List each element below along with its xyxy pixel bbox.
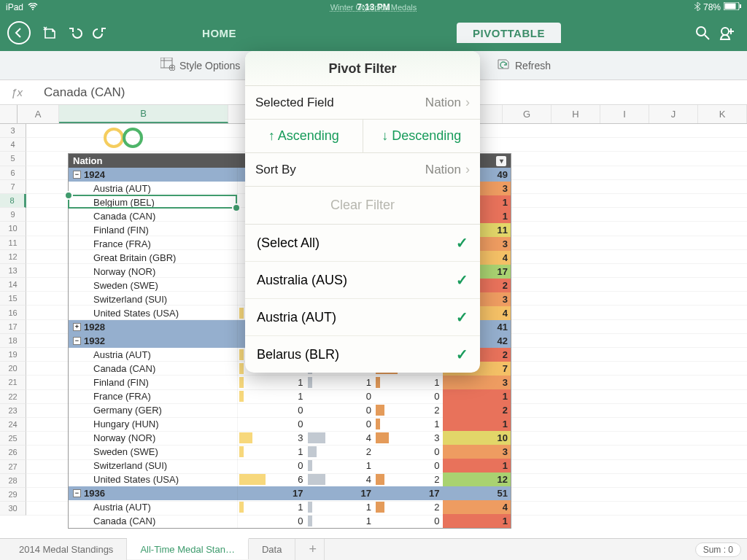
row-header[interactable]: 4 xyxy=(0,138,26,152)
checkmark-icon: ✓ xyxy=(456,346,468,363)
column-header-B[interactable]: B xyxy=(59,105,228,123)
filter-item-label: Austria (AUT) xyxy=(257,310,336,325)
pivot-year-row[interactable]: −193617171751 xyxy=(69,486,511,500)
row-header[interactable]: 27 xyxy=(0,460,26,474)
sort-by-label: Sort By xyxy=(255,163,296,177)
filter-icon[interactable]: ▾ xyxy=(496,156,506,166)
sheet-tab-3[interactable]: Data xyxy=(249,539,295,560)
sort-descending-button[interactable]: ↓ Descending xyxy=(363,120,481,152)
row-header[interactable]: 25 xyxy=(0,432,26,446)
nation-label: Norway (NOR) xyxy=(93,432,155,443)
nation-label: United States (USA) xyxy=(93,308,179,319)
column-header-H[interactable]: H xyxy=(551,105,600,123)
collapse-icon[interactable]: − xyxy=(73,337,81,345)
selected-field-value: Nation xyxy=(425,96,461,110)
add-sheet-button[interactable]: + xyxy=(295,539,325,560)
row-header[interactable]: 15 xyxy=(0,292,26,306)
row-header[interactable]: 11 xyxy=(0,236,26,250)
row-header[interactable]: 30 xyxy=(0,502,26,516)
ribbon-tabs: HOME PIVOTTABLE xyxy=(0,23,747,43)
row-header[interactable]: 6 xyxy=(0,166,26,180)
nation-label: Austria (AUT) xyxy=(93,502,151,513)
row-header[interactable]: 10 xyxy=(0,222,26,236)
nation-label: United States (USA) xyxy=(93,474,179,485)
column-header-A[interactable]: A xyxy=(18,105,59,123)
sort-by-value: Nation xyxy=(425,163,461,177)
tab-pivottable[interactable]: PIVOTTABLE xyxy=(457,23,561,43)
pivot-data-row[interactable]: United States (USA)64212 xyxy=(69,472,511,486)
sheet-tab-2[interactable]: All-Time Medal Stan… xyxy=(127,538,249,559)
nation-label: Germany (GER) xyxy=(93,405,162,416)
row-header[interactable]: 7 xyxy=(0,180,26,194)
row-header[interactable]: 13 xyxy=(0,264,26,278)
tab-home[interactable]: HOME xyxy=(186,23,252,43)
sort-by-row[interactable]: Sort By Nation› xyxy=(245,153,480,187)
pivot-data-row[interactable]: Hungary (HUN)0011 xyxy=(69,417,511,431)
cell-selection[interactable] xyxy=(68,195,237,209)
style-options-button[interactable]: Style Options xyxy=(160,58,240,73)
row-header[interactable]: 22 xyxy=(0,390,26,404)
row-header[interactable]: 17 xyxy=(0,320,26,334)
chevron-right-icon: › xyxy=(465,162,470,177)
column-header-G[interactable]: G xyxy=(503,105,551,123)
pivot-data-row[interactable]: France (FRA)1001 xyxy=(69,389,511,403)
nation-label: Switzerland (SUI) xyxy=(93,460,167,471)
selection-handle-br[interactable] xyxy=(232,203,241,212)
chevron-right-icon: › xyxy=(465,95,470,110)
row-header[interactable]: 18 xyxy=(0,334,26,348)
olympic-rings-graphic xyxy=(108,128,143,151)
nation-label: Switzerland (SUI) xyxy=(93,294,167,305)
row-header[interactable]: 26 xyxy=(0,446,26,459)
nation-label: France (FRA) xyxy=(93,391,151,402)
row-header[interactable]: 19 xyxy=(0,348,26,362)
row-header[interactable]: 12 xyxy=(0,250,26,264)
pivot-data-row[interactable]: Norway (NOR)34310 xyxy=(69,431,511,445)
refresh-icon xyxy=(496,58,511,73)
collapse-icon[interactable]: − xyxy=(73,489,81,497)
style-options-icon xyxy=(160,58,175,73)
row-header[interactable]: 9 xyxy=(0,208,26,222)
row-header[interactable]: 3 xyxy=(0,124,26,138)
sheet-tab-1[interactable]: 2014 Medal Standings xyxy=(6,539,127,560)
filter-item[interactable]: Belarus (BLR)✓ xyxy=(245,335,480,373)
pivot-data-row[interactable]: Germany (GER)0022 xyxy=(69,403,511,417)
collapse-icon[interactable]: − xyxy=(73,171,81,179)
row-header[interactable]: 14 xyxy=(0,278,26,292)
row-header[interactable]: 24 xyxy=(0,418,26,432)
clear-filter-button[interactable]: Clear Filter xyxy=(245,187,480,225)
column-header-I[interactable]: I xyxy=(600,105,649,123)
refresh-button[interactable]: Refresh xyxy=(496,58,551,73)
row-header[interactable]: 21 xyxy=(0,376,26,389)
row-header[interactable]: 8 xyxy=(0,194,26,208)
filter-item-label: Belarus (BLR) xyxy=(257,347,339,362)
row-header[interactable]: 20 xyxy=(0,362,26,376)
row-header[interactable]: 28 xyxy=(0,474,26,488)
row-header[interactable]: 5 xyxy=(0,152,26,166)
pivot-data-row[interactable]: Switzerland (SUI)0101 xyxy=(69,459,511,472)
selected-field-row[interactable]: Selected Field Nation› xyxy=(245,86,480,120)
nation-label: Norway (NOR) xyxy=(93,266,155,277)
select-all-corner[interactable] xyxy=(0,105,18,123)
checkmark-icon: ✓ xyxy=(456,271,468,289)
column-header-J[interactable]: J xyxy=(649,105,698,123)
filter-item-label: Australia (AUS) xyxy=(257,273,347,288)
filter-item[interactable]: Australia (AUS)✓ xyxy=(245,261,480,298)
pivot-data-row[interactable]: Austria (AUT)1124 xyxy=(69,500,511,514)
column-header-K[interactable]: K xyxy=(698,105,747,123)
sort-ascending-button[interactable]: ↑ Ascending xyxy=(245,120,363,152)
expand-icon[interactable]: + xyxy=(73,323,81,331)
row-header[interactable]: 29 xyxy=(0,488,26,502)
selection-handle-tl[interactable] xyxy=(64,191,73,200)
pivot-filter-popover: Pivot Filter Selected Field Nation› ↑ As… xyxy=(245,51,480,373)
pivot-data-row[interactable]: Canada (CAN)0101 xyxy=(69,514,511,528)
pivot-data-row[interactable]: Finland (FIN)1113 xyxy=(69,376,511,389)
nation-label: Sweden (SWE) xyxy=(93,446,158,457)
checkmark-icon: ✓ xyxy=(456,308,468,326)
filter-item[interactable]: Austria (AUT)✓ xyxy=(245,298,480,335)
pivot-data-row[interactable]: Sweden (SWE)1203 xyxy=(69,445,511,459)
row-header[interactable]: 23 xyxy=(0,404,26,418)
row-header[interactable]: 16 xyxy=(0,306,26,319)
filter-item[interactable]: (Select All)✓ xyxy=(245,225,480,261)
nation-label: Sweden (SWE) xyxy=(93,280,158,291)
nation-label: Finland (FIN) xyxy=(93,377,149,388)
